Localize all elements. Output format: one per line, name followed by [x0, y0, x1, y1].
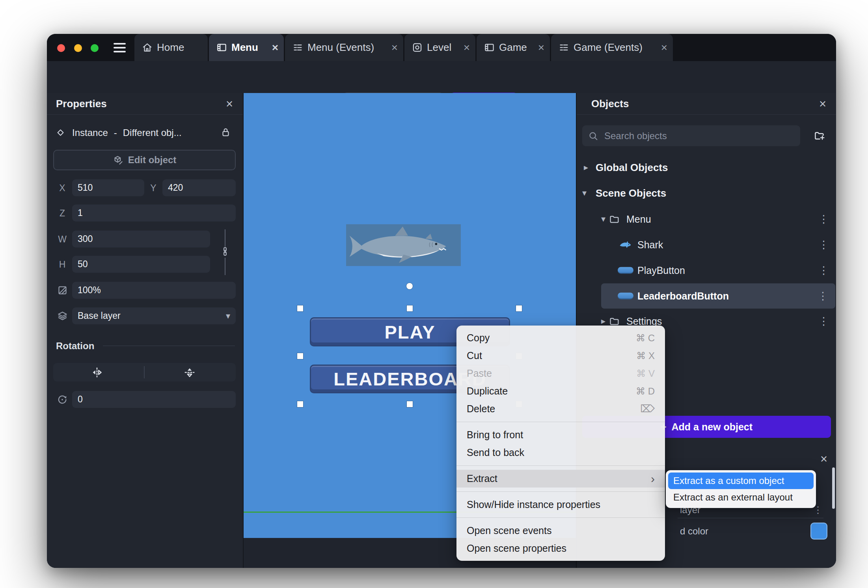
- tree-row-shark[interactable]: Shark ⋮: [577, 232, 836, 257]
- x-label: X: [59, 183, 65, 194]
- events-icon: [292, 42, 303, 53]
- rotation-handle[interactable]: [406, 283, 413, 289]
- menu-item-duplicate[interactable]: Duplicate ⌘ D: [456, 382, 665, 400]
- z-input[interactable]: [72, 205, 236, 221]
- window-minimize-button[interactable]: [74, 44, 82, 52]
- selection-handle[interactable]: [297, 401, 303, 407]
- flip-horizontal-icon[interactable]: [91, 367, 103, 378]
- menu-item-open-scene-properties[interactable]: Open scene properties: [456, 540, 665, 557]
- row-more-icon[interactable]: ⋮: [818, 290, 829, 302]
- menu-item-show-hide-instance-properties[interactable]: Show/Hide instance properties: [456, 496, 665, 514]
- tree-row-leaderboardbutton-selected[interactable]: LeaderboardButton ⋮: [601, 283, 835, 309]
- link-dimensions-icon[interactable]: [220, 246, 230, 257]
- divider: [678, 518, 823, 518]
- link-tick: [225, 229, 225, 247]
- row-more-icon[interactable]: ⋮: [818, 238, 829, 251]
- lock-icon[interactable]: [220, 127, 231, 138]
- opacity-input[interactable]: [72, 282, 236, 299]
- search-input[interactable]: [604, 130, 794, 142]
- tab-game[interactable]: Game ×: [477, 34, 550, 61]
- shark-sprite[interactable]: [346, 224, 461, 266]
- search-box: [582, 125, 800, 146]
- caret-down-icon[interactable]: ▾: [582, 188, 587, 198]
- menu-item-label: Cut: [467, 350, 482, 361]
- tab-menu-events[interactable]: Menu (Events) ×: [285, 34, 403, 61]
- caret-right-icon[interactable]: ▸: [584, 162, 588, 173]
- shark-image: [346, 224, 461, 266]
- close-panel-icon[interactable]: ×: [815, 96, 831, 112]
- x-input[interactable]: [72, 179, 144, 196]
- submenu-item-extract-custom-object[interactable]: Extract as a custom object: [668, 473, 814, 489]
- width-input[interactable]: [72, 231, 210, 247]
- selection-handle[interactable]: [407, 305, 413, 311]
- window-close-button[interactable]: [57, 44, 65, 52]
- close-tab-icon[interactable]: ×: [464, 42, 470, 53]
- caret-down-icon[interactable]: ▾: [601, 214, 605, 224]
- tab-home[interactable]: Home: [134, 34, 208, 61]
- layer-select[interactable]: Base layer ▾: [72, 307, 236, 324]
- tab-menu[interactable]: Menu ×: [209, 34, 284, 61]
- selection-handle[interactable]: [297, 353, 303, 359]
- menu-item-bring-to-front[interactable]: Bring to front: [456, 426, 665, 444]
- tab-label: Game: [499, 41, 527, 54]
- tree-row-menu-folder[interactable]: ▾ Menu ⋮: [577, 207, 836, 232]
- divider: [144, 366, 145, 378]
- edit-object-button[interactable]: Edit object: [53, 150, 236, 170]
- rotation-input[interactable]: [72, 391, 236, 408]
- global-objects-row[interactable]: ▸ Global Objects: [577, 155, 836, 180]
- menu-separator: [456, 465, 665, 466]
- height-input[interactable]: [72, 256, 210, 273]
- close-panel-icon[interactable]: ×: [222, 96, 237, 112]
- selection-handle[interactable]: [297, 305, 303, 311]
- shark-object-icon: [618, 238, 632, 251]
- w-label: W: [58, 234, 67, 245]
- menu-item-label: Open scene events: [467, 525, 551, 536]
- flip-vertical-icon[interactable]: [184, 367, 196, 378]
- close-tab-icon[interactable]: ×: [391, 42, 398, 53]
- menu-item-send-to-back[interactable]: Send to back: [456, 444, 665, 461]
- layer-value: Base layer: [78, 311, 121, 321]
- menu-item-label: Bring to front: [467, 429, 523, 441]
- selection-handle[interactable]: [516, 305, 522, 311]
- y-input[interactable]: [162, 179, 236, 196]
- menu-item-delete[interactable]: Delete ⌦: [456, 400, 665, 418]
- delete-key-icon: ⌦: [640, 403, 655, 415]
- row-more-icon[interactable]: ⋮: [818, 264, 829, 277]
- scene-objects-row[interactable]: ▾ Scene Objects: [577, 180, 836, 206]
- selection-handle[interactable]: [407, 401, 413, 407]
- tab-level[interactable]: Level ×: [404, 34, 475, 61]
- objects-title: Objects: [591, 98, 629, 110]
- close-tab-icon[interactable]: ×: [661, 42, 667, 53]
- submenu-item-label: Extract as an external layout: [673, 492, 793, 503]
- row-more-icon[interactable]: ⋮: [818, 213, 829, 225]
- menu-item-extract[interactable]: Extract ›: [456, 470, 665, 488]
- add-object-label: Add a new object: [672, 421, 753, 433]
- edit-object-icon: [113, 155, 123, 166]
- tree-row-playbutton[interactable]: PlayButton ⋮: [577, 258, 836, 283]
- tab-game-events[interactable]: Game (Events) ×: [551, 34, 673, 61]
- level-icon: [412, 42, 423, 53]
- tab-label: Menu (Events): [307, 41, 374, 54]
- tree-item-label: Shark: [637, 239, 663, 251]
- properties-panel: Properties × Instance - Different obj...…: [47, 93, 244, 568]
- window-zoom-button[interactable]: [91, 44, 99, 52]
- menu-item-cut[interactable]: Cut ⌘ X: [456, 347, 665, 365]
- new-folder-icon[interactable]: [814, 130, 825, 141]
- close-tab-icon[interactable]: ×: [538, 42, 544, 53]
- menu-separator: [456, 517, 665, 518]
- color-swatch[interactable]: [810, 523, 827, 540]
- submenu-item-extract-external-layout[interactable]: Extract as an external layout: [668, 489, 814, 506]
- close-panel-icon[interactable]: ×: [816, 451, 832, 467]
- menu-item-copy[interactable]: Copy ⌘ C: [456, 329, 665, 347]
- caret-right-icon[interactable]: ▸: [601, 316, 605, 326]
- button-object-icon: [618, 293, 633, 300]
- desktop-background: Home Menu × Menu (Events) × Level ×: [0, 0, 868, 588]
- tab-label: Menu: [231, 41, 258, 54]
- global-objects-label: Global Objects: [596, 162, 668, 174]
- hamburger-menu-icon[interactable]: [114, 43, 126, 52]
- menu-item-open-scene-events[interactable]: Open scene events: [456, 522, 665, 540]
- row-more-icon[interactable]: ⋮: [818, 315, 829, 327]
- close-tab-icon[interactable]: ×: [272, 42, 278, 53]
- scrollbar[interactable]: [832, 467, 835, 509]
- menu-item-label: Extract: [467, 473, 497, 484]
